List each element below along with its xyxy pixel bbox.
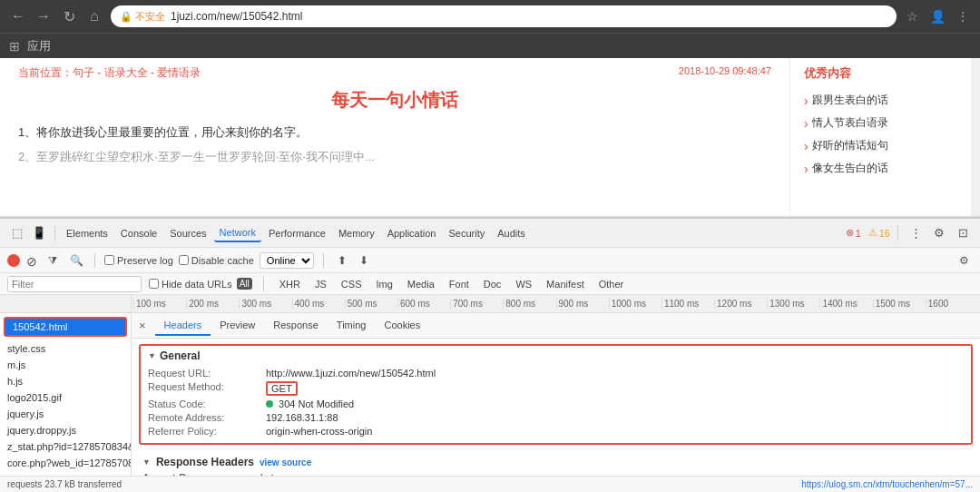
dock-button[interactable]: ⊡ [953,223,973,243]
file-item-7[interactable]: z_stat.php?id=1278570834&... [0,438,131,455]
inspect-element-button[interactable]: ⬚ [7,223,27,243]
account-button[interactable]: 👤 [927,6,947,26]
file-item-8[interactable]: core.php?web_id=127857083... [0,455,131,471]
stop-button[interactable]: ⊘ [25,254,38,267]
tab-application[interactable]: Application [382,225,442,241]
filter-img[interactable]: Img [371,278,397,290]
tab-console[interactable]: Console [115,225,162,241]
request-url-label: Request URL: [148,368,266,379]
main-panel: 150542.html style.css m.js h.js logo2015… [0,313,980,492]
detail-tabs: × Headers Preview Response Timing Cookie… [132,313,980,339]
refresh-button[interactable]: ↻ [58,5,80,27]
detail-tab-headers[interactable]: Headers [155,316,211,336]
filter-media[interactable]: Media [403,278,439,290]
file-item-3[interactable]: h.js [0,373,131,389]
sidebar-item-1[interactable]: 跟男生表白的话 [804,89,957,112]
detail-tab-timing[interactable]: Timing [328,316,376,336]
device-toolbar-button[interactable]: 📱 [29,223,49,243]
detail-tab-response[interactable]: Response [264,316,328,336]
status-dot [266,400,273,408]
hide-data-urls-checkbox[interactable]: Hide data URLs All [149,278,252,290]
tab-security[interactable]: Security [443,225,490,241]
address-text: 1juzi.com/new/150542.html [171,10,887,23]
remote-address-label: Remote Address: [148,412,266,423]
page-sidebar: 优秀内容 跟男生表白的话 情人节表白语录 好听的情话短句 像女生告白的话 [789,58,971,216]
net-settings-button[interactable]: ⚙ [955,251,973,270]
tick-300: 300 ms [239,299,291,309]
tick-700: 700 ms [450,299,503,309]
forward-button[interactable]: → [33,5,54,27]
disable-cache-checkbox[interactable]: Disable cache [179,255,254,266]
toolbar-separator-2 [897,226,898,241]
timeline-spacer [0,295,132,312]
filter-input[interactable] [7,276,142,292]
tab-performance[interactable]: Performance [263,225,331,241]
more-button[interactable]: ⋮ [953,6,973,26]
filter-other[interactable]: Other [594,278,629,290]
breadcrumb: 当前位置：句子 - 语录大全 - 爱情语录 2018-10-29 09:48:4… [18,65,771,81]
timeline-ticks: 100 ms 200 ms 300 ms 400 ms 500 ms 600 m… [132,299,980,309]
filter-row: Hide data URLs All XHR JS CSS Img Media … [0,273,980,295]
close-detail-button[interactable]: × [139,319,146,332]
tab-sources[interactable]: Sources [164,225,211,241]
more-tools-button[interactable]: ⋮ [906,223,926,243]
browser-chrome: ← → ↻ ⌂ 🔒 不安全 1juzi.com/new/150542.html … [0,0,980,33]
file-item-5[interactable]: jquery.js [0,406,131,422]
tick-800: 800 ms [503,299,555,309]
toolbar-separator-1 [54,226,55,241]
general-section-highlight: General Request URL: http://www.1juzi.co… [139,344,973,445]
file-item-6[interactable]: jquery.droppy.js [0,422,131,438]
request-method-label: Request Method: [148,381,266,396]
record-button[interactable] [7,254,20,267]
requests-summary: requests 23.7 kB transferred [7,479,122,489]
filter-xhr[interactable]: XHR [275,278,305,290]
filter-font[interactable]: Font [445,278,474,290]
filter-ws[interactable]: WS [511,278,536,290]
tab-memory[interactable]: Memory [333,225,380,241]
file-item-4[interactable]: logo2015.gif [0,389,131,406]
back-button[interactable]: ← [7,5,29,27]
home-button[interactable]: ⌂ [83,5,105,27]
sidebar-item-4[interactable]: 像女生告白的话 [804,157,957,180]
remote-address-row: Remote Address: 192.168.31.1:88 [148,412,964,423]
upload-download-buttons: ⬆ ⬇ [333,251,373,270]
filter-css[interactable]: CSS [337,278,367,290]
filter-js[interactable]: JS [310,278,331,290]
filter-manifest[interactable]: Manifest [542,278,589,290]
search-icon[interactable]: 🔍 [67,251,85,270]
tick-1100: 1100 ms [662,299,714,309]
status-code-value: 304 Not Modified [266,399,354,409]
throttle-select[interactable]: Online [260,252,314,269]
response-headers-label: Response Headers [156,456,254,468]
all-badge: All [237,278,252,290]
request-url-row: Request URL: http://www.1juzi.com/new/15… [148,368,964,379]
file-item-0[interactable]: 150542.html [4,317,127,337]
apps-bar: ⊞ 应用 [0,33,980,58]
tab-network[interactable]: Network [214,224,261,242]
import-button[interactable]: ⬆ [333,251,351,270]
page-scrollbar[interactable] [971,58,980,216]
settings-button[interactable]: ⚙ [929,223,949,243]
bookmark-button[interactable]: ☆ [902,6,922,26]
tab-elements[interactable]: Elements [61,225,113,241]
remote-address-value: 192.168.31.1:88 [266,412,338,423]
filter-icon[interactable]: ⧩ [44,251,62,270]
tick-600: 600 ms [397,299,450,309]
file-item-2[interactable]: m.js [0,357,131,373]
lock-icon: 🔒 [120,11,132,23]
breadcrumb-text: 当前位置：句子 - 语录大全 - 爱情语录 [18,66,201,79]
export-button[interactable]: ⬇ [355,251,373,270]
file-item-1[interactable]: style.css [0,340,131,357]
detail-tab-cookies[interactable]: Cookies [375,316,429,336]
tab-audits[interactable]: Audits [492,225,531,241]
filter-doc[interactable]: Doc [479,278,506,290]
sidebar-item-2[interactable]: 情人节表白语录 [804,112,957,134]
preserve-log-checkbox[interactable]: Preserve log [104,255,173,266]
referrer-policy-label: Referrer Policy: [148,426,266,437]
address-bar[interactable]: 🔒 不安全 1juzi.com/new/150542.html [111,5,897,27]
view-source-link[interactable]: view source [260,458,311,467]
sidebar-item-3[interactable]: 好听的情话短句 [804,134,957,157]
tick-1400: 1400 ms [819,299,872,309]
status-code-row: Status Code: 304 Not Modified [148,399,964,409]
detail-tab-preview[interactable]: Preview [211,316,264,336]
